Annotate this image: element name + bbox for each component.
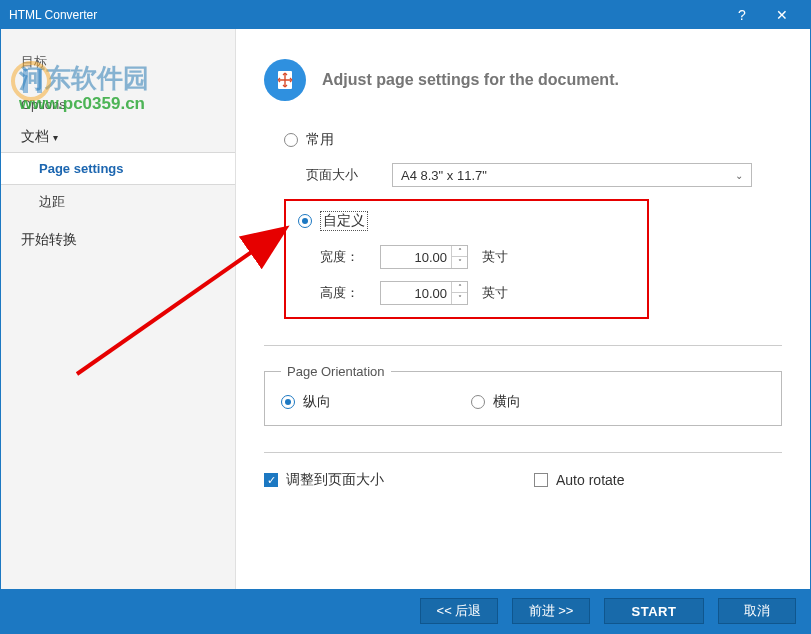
sidebar-options: Options — [1, 91, 235, 118]
spinner-down-icon[interactable]: ˅ — [452, 257, 467, 268]
cancel-button[interactable]: 取消 — [718, 598, 796, 624]
page-heading: Adjust page settings for the document. — [264, 59, 782, 101]
height-unit: 英寸 — [482, 284, 508, 302]
width-value: 10.00 — [381, 250, 451, 265]
radio-portrait-indicator — [281, 395, 295, 409]
orientation-group: Page Orientation 纵向 横向 — [264, 364, 782, 426]
sidebar-doc-label: 文档 — [21, 128, 49, 146]
width-input[interactable]: 10.00 ˄˅ — [380, 245, 468, 269]
checkbox-fit-to-page[interactable]: ✓ 调整到页面大小 — [264, 471, 384, 489]
next-button[interactable]: 前进 >> — [512, 598, 590, 624]
width-label: 宽度： — [320, 248, 380, 266]
titlebar: HTML Converter ? ✕ — [1, 1, 810, 29]
radio-custom[interactable]: 自定义 — [298, 211, 635, 231]
window-title: HTML Converter — [9, 8, 722, 22]
height-label: 高度： — [320, 284, 380, 302]
sidebar: 目标 Options 文档 ▾ Page settings 边距 开始转换 — [1, 29, 236, 589]
checkbox-autorotate-indicator — [534, 473, 548, 487]
pagesize-value: A4 8.3" x 11.7" — [401, 168, 487, 183]
start-button[interactable]: START — [604, 598, 704, 624]
spinner-up-icon[interactable]: ˄ — [452, 246, 467, 257]
sidebar-item-page-settings[interactable]: Page settings — [1, 152, 235, 185]
chevron-down-icon: ⌄ — [735, 170, 743, 181]
radio-custom-indicator — [298, 214, 312, 228]
height-value: 10.00 — [381, 286, 451, 301]
checkbox-autorotate-label: Auto rotate — [556, 472, 625, 488]
checkbox-row: ✓ 调整到页面大小 Auto rotate — [264, 471, 782, 489]
checkbox-auto-rotate[interactable]: Auto rotate — [534, 472, 625, 488]
help-button[interactable]: ? — [722, 7, 762, 23]
sidebar-item-margins[interactable]: 边距 — [1, 185, 235, 219]
footer: << 后退 前进 >> START 取消 — [1, 589, 810, 633]
spinner-down-icon[interactable]: ˅ — [452, 293, 467, 304]
back-button[interactable]: << 后退 — [420, 598, 498, 624]
spinner-up-icon[interactable]: ˄ — [452, 282, 467, 293]
sidebar-doc-section[interactable]: 文档 ▾ — [1, 118, 235, 152]
radio-landscape[interactable]: 横向 — [471, 393, 521, 411]
checkbox-fit-indicator: ✓ — [264, 473, 278, 487]
chevron-down-icon: ▾ — [53, 132, 58, 143]
divider — [264, 452, 782, 453]
radio-common[interactable]: 常用 — [284, 131, 782, 149]
orientation-legend: Page Orientation — [281, 364, 391, 379]
sidebar-start-convert[interactable]: 开始转换 — [1, 219, 235, 261]
main-panel: Adjust page settings for the document. 常… — [236, 29, 810, 589]
height-input[interactable]: 10.00 ˄˅ — [380, 281, 468, 305]
custom-size-group: 自定义 宽度： 10.00 ˄˅ 英寸 高度： 10.00 — [284, 199, 649, 319]
divider — [264, 345, 782, 346]
width-unit: 英寸 — [482, 248, 508, 266]
close-button[interactable]: ✕ — [762, 7, 802, 23]
radio-custom-label: 自定义 — [320, 211, 368, 231]
radio-portrait[interactable]: 纵向 — [281, 393, 331, 411]
page-settings-icon — [264, 59, 306, 101]
body: 河东软件园 www.pc0359.cn 目标 Options 文档 ▾ Page… — [1, 29, 810, 589]
radio-common-label: 常用 — [306, 131, 334, 149]
checkbox-fit-label: 调整到页面大小 — [286, 471, 384, 489]
heading-text: Adjust page settings for the document. — [322, 71, 619, 89]
radio-landscape-indicator — [471, 395, 485, 409]
pagesize-select[interactable]: A4 8.3" x 11.7" ⌄ — [392, 163, 752, 187]
app-window: HTML Converter ? ✕ 河东软件园 www.pc0359.cn 目… — [0, 0, 811, 634]
pagesize-label: 页面大小 — [306, 166, 392, 184]
radio-landscape-label: 横向 — [493, 393, 521, 411]
sidebar-target[interactable]: 目标 — [1, 47, 235, 77]
radio-portrait-label: 纵向 — [303, 393, 331, 411]
radio-common-indicator — [284, 133, 298, 147]
